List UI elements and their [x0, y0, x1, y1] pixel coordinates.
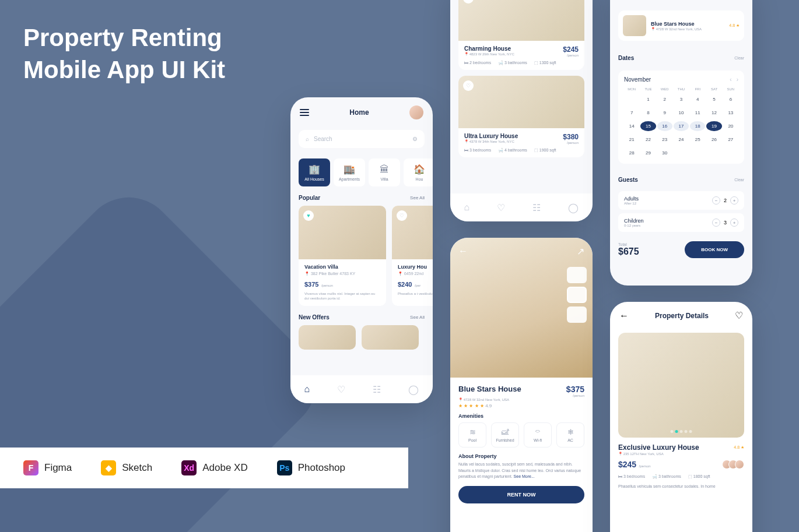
property-card[interactable]: ♡ Ultra Luxury House📍 4378 W 34th New Yo… — [458, 76, 584, 157]
plus-button[interactable]: + — [730, 196, 738, 205]
children-stepper: Children0-12 years −3+ — [618, 213, 744, 232]
see-all-link[interactable]: See All — [410, 195, 425, 200]
prev-month-icon[interactable]: ‹ — [730, 76, 731, 83]
search-icon: ⌕ — [306, 136, 309, 142]
calendar-day[interactable]: 7 — [624, 108, 639, 118]
plus-button[interactable]: + — [730, 219, 738, 227]
calendar-day[interactable]: 19 — [706, 121, 721, 131]
property-image[interactable] — [618, 333, 744, 438]
calendar-day[interactable]: 16 — [657, 121, 672, 131]
calendar-day[interactable]: 8 — [640, 108, 656, 118]
thumbnail[interactable] — [567, 306, 587, 323]
property-card[interactable] — [299, 325, 356, 350]
property-summary: Blue Stars House📍 4728 W 32nd New York, … — [618, 10, 744, 41]
thumbnail[interactable] — [567, 287, 587, 303]
nav-calendar-icon[interactable]: ☷ — [373, 384, 381, 395]
property-card[interactable]: ♡ Luxury Hou 📍 6459 22nd $240 /per Phase… — [392, 206, 433, 306]
nav-home-icon[interactable]: ⌂ — [304, 384, 310, 394]
nav-calendar-icon[interactable]: ☷ — [532, 202, 541, 213]
calendar-day[interactable] — [624, 94, 639, 104]
calendar-day[interactable]: 6 — [723, 94, 738, 104]
calendar-day[interactable]: 26 — [706, 135, 721, 145]
calendar-day[interactable]: 21 — [624, 135, 639, 145]
category-all-houses[interactable]: 🏢All Houses — [299, 158, 330, 186]
tool-ps: PsPhotoshop — [277, 460, 345, 475]
heart-icon[interactable]: ♥ — [303, 210, 314, 221]
nav-profile-icon[interactable]: ◯ — [408, 384, 419, 395]
calendar-day[interactable]: 11 — [690, 108, 705, 118]
calendar-day[interactable]: 12 — [706, 108, 721, 118]
calendar-day[interactable]: 25 — [690, 135, 705, 145]
calendar-day[interactable]: 1 — [640, 94, 656, 104]
calendar-day[interactable]: 13 — [723, 108, 738, 118]
menu-icon[interactable] — [300, 109, 309, 116]
clear-dates[interactable]: Clear — [734, 56, 744, 60]
book-now-button[interactable]: BOOK NOW — [685, 241, 744, 258]
calendar-day[interactable]: 9 — [657, 108, 672, 118]
calendar-day[interactable]: 28 — [624, 148, 639, 158]
filter-icon[interactable]: ⚙ — [412, 136, 418, 142]
property-card[interactable]: ♥ Charming House📍 4823 W 29th New York, … — [458, 0, 584, 70]
rent-button[interactable]: RENT NOW — [458, 486, 584, 503]
share-icon[interactable]: ↗ — [577, 246, 584, 257]
guest-avatars — [725, 460, 744, 469]
next-month-icon[interactable]: › — [737, 76, 738, 83]
category-row: 🏢All Houses 🏬Apartments 🏛Villa 🏠Hou — [290, 153, 433, 186]
thumbnail[interactable] — [567, 267, 587, 283]
see-all-link[interactable]: See All — [410, 315, 425, 320]
heart-icon[interactable]: ♡ — [463, 80, 474, 91]
calendar-day[interactable]: 10 — [674, 108, 689, 118]
amenity-pool: ≋Pool — [458, 422, 486, 448]
tool-sketch: ◆Sketch — [101, 460, 152, 475]
calendar-day[interactable]: 24 — [674, 135, 689, 145]
calendar-day[interactable]: 22 — [640, 135, 656, 145]
detail-screen: ←↗ Blue Stars House$375/person 📍 4728 W … — [450, 238, 593, 532]
home-screen: Home ⌕ Search ⚙ 🏢All Houses 🏬Apartments … — [290, 97, 433, 403]
nav-home-icon[interactable]: ⌂ — [464, 202, 470, 213]
category-house[interactable]: 🏠Hou — [404, 158, 433, 186]
category-villa[interactable]: 🏛Villa — [369, 158, 400, 186]
back-icon[interactable]: ← — [458, 246, 468, 257]
calendar-day[interactable]: 4 — [690, 94, 705, 104]
search-input[interactable]: ⌕ Search ⚙ — [299, 130, 425, 148]
calendar-day[interactable]: 15 — [640, 121, 656, 131]
tools-bar: FFigma ◆Sketch XdAdobe XD PsPhotoshop — [0, 448, 408, 488]
avatar[interactable] — [409, 105, 423, 119]
calendar-day[interactable]: 23 — [657, 135, 672, 145]
clear-guests[interactable]: Clear — [734, 178, 744, 182]
calendar-day[interactable]: 18 — [690, 121, 705, 131]
amenity-furnished: 🛋Furnished — [491, 422, 519, 448]
minus-button[interactable]: − — [712, 196, 720, 205]
tool-figma: FFigma — [23, 460, 72, 475]
minus-button[interactable]: − — [712, 219, 720, 227]
property-details-screen: ← Property Details ♡ Exclusive Luxury Ho… — [610, 302, 752, 532]
nav-heart-icon[interactable]: ♡ — [337, 384, 345, 395]
see-more-link[interactable]: See More... — [514, 474, 535, 478]
heart-icon[interactable]: ♥ — [463, 0, 474, 3]
list-screen: ♥ Charming House📍 4823 W 29th New York, … — [450, 0, 593, 221]
calendar-day[interactable]: 14 — [624, 121, 639, 131]
rating-stars: ★ ★ ★ ★ ★ 4.9 — [458, 403, 584, 408]
page-title: Home — [349, 108, 369, 117]
nav-profile-icon[interactable]: ◯ — [568, 202, 579, 213]
calendar-day[interactable]: 17 — [674, 121, 689, 131]
nav-heart-icon[interactable]: ♡ — [497, 202, 505, 213]
property-card[interactable]: ♥ Vacation Villa 📍 382 Pike Butler 4783 … — [299, 206, 386, 306]
heart-icon[interactable]: ♡ — [735, 310, 743, 321]
calendar-day[interactable]: 3 — [674, 94, 689, 104]
calendar-day[interactable]: 20 — [723, 121, 738, 131]
amenity-ac: ❄AC — [556, 422, 584, 448]
booking-screen: ← Blue Stars House ⋮ Blue Stars House📍 4… — [610, 0, 752, 286]
category-apartments[interactable]: 🏬Apartments — [334, 158, 365, 186]
calendar-day[interactable]: 30 — [657, 148, 672, 158]
adults-stepper: AdultsAfter 12 −2+ — [618, 191, 744, 210]
calendar-day[interactable]: 5 — [706, 94, 721, 104]
hero-title: Property RentingMobile App UI Kit — [23, 22, 225, 86]
calendar-day[interactable]: 29 — [640, 148, 656, 158]
heart-icon[interactable]: ♡ — [397, 210, 407, 221]
property-card[interactable] — [362, 325, 419, 350]
back-icon[interactable]: ← — [619, 311, 629, 321]
tool-xd: XdAdobe XD — [181, 460, 248, 475]
calendar-day[interactable]: 27 — [723, 135, 738, 145]
calendar-day[interactable]: 2 — [657, 94, 672, 104]
